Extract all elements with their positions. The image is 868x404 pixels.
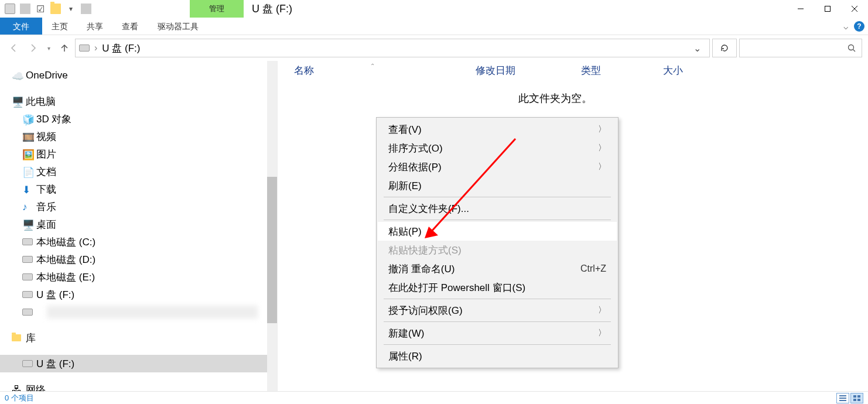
svg-rect-10 <box>839 400 846 401</box>
forward-button[interactable] <box>25 40 41 56</box>
qat-dropdown-icon[interactable]: ▾ <box>66 4 76 14</box>
address-text[interactable]: U 盘 (F:) <box>102 42 140 55</box>
ctx-undo[interactable]: 撤消 重命名(U)Ctrl+Z <box>378 259 617 278</box>
svg-line-5 <box>853 50 856 52</box>
scrollbar-thumb[interactable] <box>267 177 277 323</box>
redacted-label <box>47 306 258 319</box>
window-title: U 盘 (F:) <box>244 2 292 16</box>
drive-icon <box>22 358 33 369</box>
nav-label: 本地磁盘 (E:) <box>36 271 95 284</box>
ctx-group[interactable]: 分组依据(P)〉 <box>378 158 617 176</box>
nav-onedrive[interactable]: ☁️OneDrive <box>12 67 277 84</box>
ctx-properties[interactable]: 属性(R) <box>378 347 617 365</box>
tab-home[interactable]: 主页 <box>42 18 77 35</box>
ctx-powershell[interactable]: 在此处打开 Powershell 窗口(S) <box>378 278 617 297</box>
ctx-label: 新建(W) <box>388 327 424 340</box>
nav-label: 视频 <box>36 130 56 143</box>
ctx-paste-shortcut: 粘贴快捷方式(S) <box>378 241 617 259</box>
nav-this-pc[interactable]: 🖥️此电脑 <box>12 93 277 110</box>
chevron-right-icon: 〉 <box>598 124 606 135</box>
ctx-paste[interactable]: 粘贴(P) <box>378 222 617 241</box>
refresh-button[interactable] <box>712 39 737 57</box>
nav-label: 本地磁盘 (C:) <box>36 235 95 249</box>
nav-label: 库 <box>26 331 36 345</box>
nav-libraries[interactable]: 库 <box>12 329 277 347</box>
nav-3d-objects[interactable]: 🧊3D 对象 <box>12 110 277 128</box>
ctx-label: 撤消 重命名(U) <box>388 262 454 276</box>
svg-rect-11 <box>853 395 856 398</box>
ctx-view[interactable]: 查看(V)〉 <box>378 120 617 139</box>
tab-file[interactable]: 文件 <box>0 18 42 35</box>
ctx-new[interactable]: 新建(W)〉 <box>378 324 617 343</box>
nav-desktop[interactable]: 🖥️桌面 <box>12 215 277 233</box>
tab-drive-tools[interactable]: 驱动器工具 <box>151 18 205 35</box>
ctx-shortcut: Ctrl+Z <box>580 263 606 274</box>
path-separator: › <box>94 43 97 53</box>
ctx-access[interactable]: 授予访问权限(G)〉 <box>378 301 617 320</box>
up-button[interactable] <box>56 40 73 56</box>
folder-icon[interactable] <box>50 4 61 14</box>
search-input[interactable] <box>739 39 862 57</box>
nav-label: 桌面 <box>36 218 56 231</box>
ctx-label: 在此处打开 Powershell 窗口(S) <box>388 281 525 295</box>
status-item-count: 0 个项目 <box>5 393 34 403</box>
maximize-button[interactable] <box>814 0 841 18</box>
chevron-right-icon: 〉 <box>598 305 606 316</box>
nav-usb-f[interactable]: U 盘 (F:) <box>12 286 277 303</box>
nav-documents[interactable]: 📄文档 <box>12 163 277 180</box>
tab-share[interactable]: 共享 <box>77 18 112 35</box>
nav-pictures[interactable]: 🖼️图片 <box>12 145 277 163</box>
nav-music[interactable]: ♪音乐 <box>12 198 277 215</box>
minimize-button[interactable] <box>787 0 814 18</box>
recent-dropdown-icon[interactable]: ▾ <box>43 40 54 56</box>
nav-label: 本地磁盘 (D:) <box>36 253 95 266</box>
view-details-icon[interactable] <box>836 393 849 403</box>
chevron-right-icon: 〉 <box>598 328 606 338</box>
ctx-label: 粘贴快捷方式(S) <box>388 244 462 257</box>
column-name[interactable]: 名称⌃ <box>294 64 476 77</box>
svg-point-4 <box>849 45 854 50</box>
column-date[interactable]: 修改日期 <box>476 64 581 77</box>
document-icon: 📄 <box>22 166 33 177</box>
drive-icon <box>5 4 15 14</box>
nav-disk-c[interactable]: 本地磁盘 (C:) <box>12 233 277 251</box>
contextual-tab-manage[interactable]: 管理 <box>190 0 244 18</box>
ctx-label: 排序方式(O) <box>388 142 443 155</box>
nav-disk-d[interactable]: 本地磁盘 (D:) <box>12 251 277 268</box>
nav-label: U 盘 (F:) <box>36 288 74 302</box>
nav-network[interactable]: 🖧网络 <box>12 381 277 391</box>
separator <box>384 220 611 220</box>
drive-icon <box>22 254 33 265</box>
nav-label: 网络 <box>26 383 46 392</box>
svg-rect-12 <box>857 395 860 398</box>
drive-icon <box>22 289 33 300</box>
back-button[interactable] <box>6 40 22 56</box>
nav-redacted[interactable] <box>12 303 277 321</box>
nav-label: U 盘 (F:) <box>36 357 74 371</box>
tab-view[interactable]: 查看 <box>112 18 148 35</box>
sort-asc-icon: ⌃ <box>370 63 375 69</box>
column-type[interactable]: 类型 <box>581 64 663 77</box>
help-icon[interactable]: ? <box>854 21 864 32</box>
address-bar[interactable]: › U 盘 (F:) ⌄ <box>75 39 710 57</box>
ctx-refresh[interactable]: 刷新(E) <box>378 176 617 195</box>
column-size[interactable]: 大小 <box>663 64 733 77</box>
picture-icon: 🖼️ <box>22 149 33 159</box>
download-icon: ⬇ <box>22 184 33 194</box>
ribbon-expand-icon[interactable]: ⌵ <box>843 22 848 31</box>
nav-disk-e[interactable]: 本地磁盘 (E:) <box>12 268 277 286</box>
address-dropdown-icon[interactable]: ⌄ <box>688 43 706 54</box>
ctx-sort[interactable]: 排序方式(O)〉 <box>378 139 617 158</box>
nav-downloads[interactable]: ⬇下载 <box>12 180 277 198</box>
ctx-customize[interactable]: 自定义文件夹(F)... <box>378 199 617 218</box>
checkbox-icon[interactable]: ☑ <box>35 4 46 14</box>
nav-videos[interactable]: 🎞️视频 <box>12 128 277 145</box>
video-icon: 🎞️ <box>22 131 33 142</box>
music-icon: ♪ <box>22 201 33 212</box>
ctx-label: 属性(R) <box>388 350 422 363</box>
cloud-icon: ☁️ <box>12 70 22 81</box>
nav-usb-f-selected[interactable]: U 盘 (F:) <box>0 355 277 372</box>
view-large-icons-icon[interactable] <box>850 393 863 403</box>
navigation-pane[interactable]: ☁️OneDrive 🖥️此电脑 🧊3D 对象 🎞️视频 🖼️图片 📄文档 ⬇下… <box>0 61 278 391</box>
close-button[interactable] <box>841 0 868 18</box>
